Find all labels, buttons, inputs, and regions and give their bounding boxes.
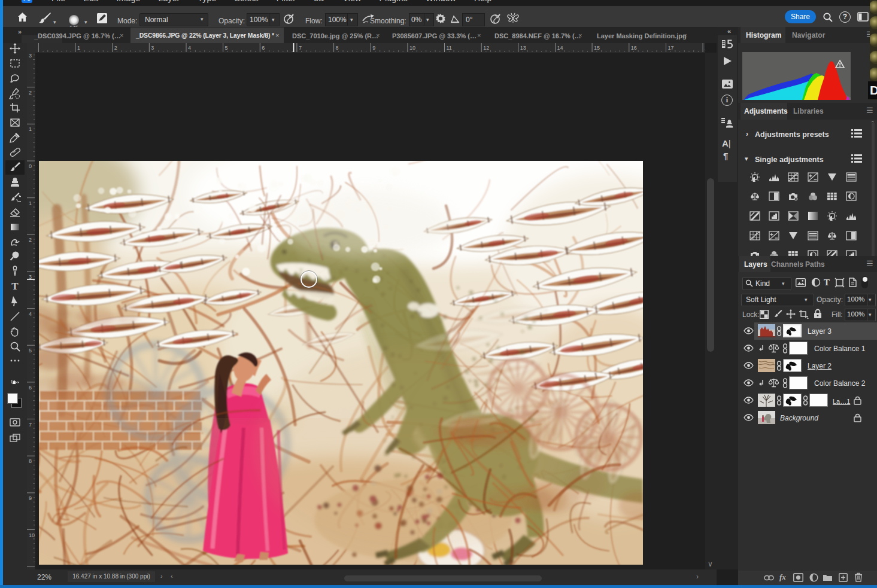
svg-text:4: 4 [188, 45, 191, 51]
svg-text:9: 9 [29, 495, 32, 501]
svg-text:2: 2 [114, 45, 117, 51]
svg-text:1: 1 [29, 200, 32, 206]
svg-text:10: 10 [409, 45, 415, 51]
svg-text:3: 3 [29, 53, 32, 59]
svg-text:13: 13 [520, 45, 526, 51]
svg-text:10: 10 [29, 532, 35, 538]
svg-text:6: 6 [29, 385, 32, 391]
svg-text:9: 9 [372, 45, 375, 51]
svg-text:14: 14 [557, 45, 563, 51]
svg-text:16: 16 [631, 45, 637, 51]
svg-text:18: 18 [705, 45, 705, 51]
svg-text:1: 1 [77, 45, 80, 51]
svg-text:1: 1 [29, 126, 32, 132]
svg-text:6: 6 [262, 45, 265, 51]
svg-text:0: 0 [29, 163, 32, 169]
svg-text:12: 12 [483, 45, 489, 51]
svg-text:8: 8 [29, 458, 32, 464]
svg-text:7: 7 [29, 422, 32, 428]
svg-text:2: 2 [29, 237, 32, 243]
svg-text:11: 11 [447, 45, 452, 51]
svg-text:17: 17 [668, 45, 674, 51]
svg-text:15: 15 [594, 45, 600, 51]
svg-text:4: 4 [29, 311, 32, 317]
svg-text:7: 7 [299, 45, 302, 51]
svg-text:5: 5 [29, 348, 32, 354]
svg-text:3: 3 [151, 45, 154, 51]
svg-text:2: 2 [29, 90, 32, 96]
svg-text:5: 5 [225, 45, 228, 51]
svg-text:T: T [11, 281, 19, 292]
svg-text:8: 8 [336, 45, 339, 51]
